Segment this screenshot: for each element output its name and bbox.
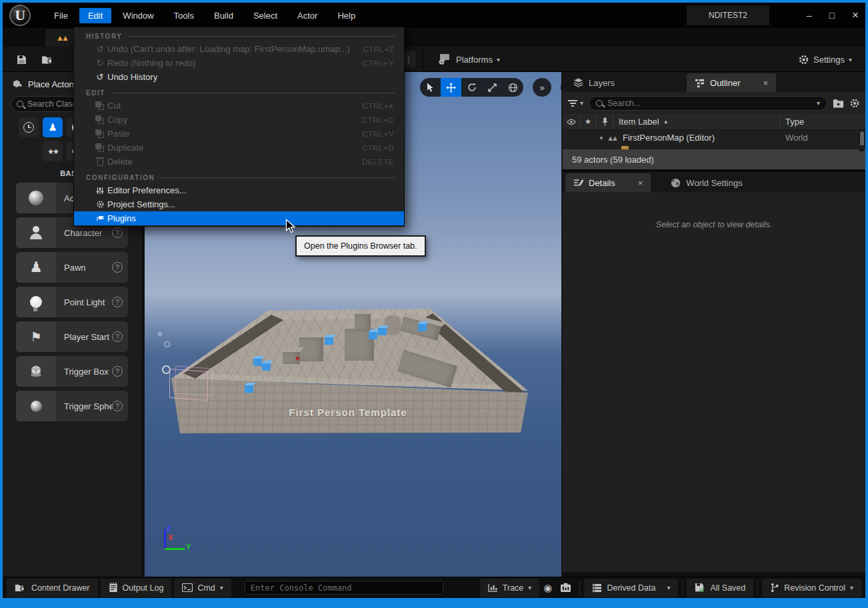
visibility-column-header[interactable]: [563, 114, 580, 129]
menu-item-redo[interactable]: ↻ Redo (Nothing to redo) CTRL+Y: [74, 56, 404, 70]
pin-column-header[interactable]: [597, 114, 613, 129]
blue-cube: [325, 337, 333, 345]
all-saved-button[interactable]: All Saved: [687, 579, 753, 597]
tab-world-settings[interactable]: World Settings: [663, 173, 750, 192]
scale-tool-button[interactable]: [482, 78, 503, 97]
place-actor-item-trigger-box[interactable]: Trigger Box ?: [16, 356, 128, 387]
blue-cube: [418, 324, 427, 331]
revision-control-button[interactable]: Revision Control ▾: [762, 579, 861, 597]
outliner-tab-bar: Layers Outliner ×: [563, 72, 865, 92]
select-tool-button[interactable]: [420, 78, 441, 97]
cmd-dropdown-button[interactable]: Cmd ▾: [174, 579, 231, 597]
item-label: Trigger Box: [56, 356, 112, 387]
menu-item-duplicate[interactable]: Duplicate CTRL+D: [74, 141, 404, 155]
category-vfx-button[interactable]: ★★: [43, 141, 63, 161]
close-icon[interactable]: ×: [638, 178, 643, 188]
log-icon: [109, 583, 118, 593]
screenshot-button[interactable]: [556, 579, 575, 597]
gizmo-dot: [164, 341, 170, 347]
help-icon[interactable]: ?: [112, 262, 123, 273]
help-icon[interactable]: ?: [112, 401, 123, 411]
menu-tools[interactable]: Tools: [165, 8, 203, 23]
menu-file[interactable]: File: [45, 8, 77, 23]
outliner-row-firstpersonmap[interactable]: ▾ ▲▲ FirstPersonMap (Editor) World: [563, 130, 865, 145]
maximize-button[interactable]: □: [829, 10, 835, 21]
menu-item-paste[interactable]: Paste CTRL+V: [74, 127, 404, 141]
help-icon[interactable]: ?: [112, 366, 123, 377]
viewport-layout-button[interactable]: [561, 78, 561, 97]
rotate-tool-button[interactable]: [461, 78, 482, 97]
type-column-header[interactable]: Type: [780, 114, 865, 129]
platforms-button[interactable]: Platforms ▾: [433, 51, 504, 68]
item-label-column-header[interactable]: Item Label ▲: [613, 114, 780, 129]
menu-item-plugins[interactable]: Plugins: [74, 211, 404, 225]
help-icon[interactable]: ?: [112, 227, 123, 238]
content-drawer-button[interactable]: Content Drawer: [7, 579, 98, 597]
terminal-icon: [182, 583, 193, 592]
help-icon[interactable]: ?: [112, 331, 123, 342]
trace-button[interactable]: Trace ▾: [480, 579, 540, 597]
world-space-button[interactable]: [503, 78, 523, 97]
menu-window[interactable]: Window: [114, 8, 162, 23]
menu-build[interactable]: Build: [205, 8, 242, 23]
add-folder-button[interactable]: [833, 98, 844, 108]
redo-icon: ↻: [93, 58, 107, 68]
minimize-button[interactable]: –: [807, 10, 812, 21]
menu-edit[interactable]: Edit: [79, 8, 111, 23]
outliner-settings-button[interactable]: [849, 98, 860, 109]
viewport-template-text: First Person Template: [248, 407, 448, 418]
menu-help[interactable]: Help: [329, 8, 364, 23]
basic-icon: ♟: [48, 121, 57, 133]
close-button[interactable]: ×: [852, 9, 859, 22]
close-icon[interactable]: ×: [763, 78, 769, 88]
menu-item-copy[interactable]: Copy CTRL+C: [74, 113, 404, 127]
insights-record-icon[interactable]: ◉: [543, 582, 552, 594]
menu-item-project-settings[interactable]: Project Settings...: [74, 197, 404, 211]
place-actor-item-trigger-sphere[interactable]: Trigger Sphere ?: [16, 391, 128, 421]
details-panel-body: Select an object to view details.: [563, 192, 865, 572]
expand-arrow-icon[interactable]: ▾: [600, 135, 603, 141]
menu-actor[interactable]: Actor: [289, 8, 326, 23]
menu-item-cut[interactable]: Cut CTRL+X: [74, 99, 404, 113]
folder-search-icon: [41, 54, 55, 65]
browse-content-button[interactable]: [37, 51, 59, 68]
tab-layers[interactable]: Layers: [565, 73, 623, 92]
tab-details[interactable]: Details ×: [565, 173, 651, 192]
save-button[interactable]: [12, 51, 31, 68]
trigger-box-icon: [16, 356, 56, 387]
tooltip: Open the Plugins Browser tab.: [295, 235, 426, 257]
place-actor-item-player-start[interactable]: ⚑ Player Start ?: [16, 321, 128, 352]
layers-icon: [573, 78, 583, 87]
blue-cube: [369, 332, 377, 339]
favorite-column-header[interactable]: ★: [580, 114, 597, 129]
menu-item-editor-preferences[interactable]: Editor Preferences...: [74, 183, 404, 197]
menu-item-undo[interactable]: ↺ Undo (Can't undo after: Loading map: F…: [74, 42, 404, 56]
outliner-search-input[interactable]: [607, 99, 812, 108]
help-icon[interactable]: ?: [112, 297, 123, 307]
chevron-down-icon: ▾: [528, 584, 531, 591]
menu-select[interactable]: Select: [245, 8, 286, 23]
derived-data-button[interactable]: Derived Data ▾: [584, 579, 678, 597]
category-basic-button[interactable]: ♟: [43, 117, 63, 137]
place-actor-item-point-light[interactable]: Point Light ?: [16, 287, 128, 317]
status-separator: [682, 581, 683, 595]
folder-search-icon: [15, 583, 27, 593]
item-label: Pawn: [56, 252, 112, 283]
expand-toolbar-button[interactable]: »: [533, 78, 551, 97]
category-recent-button[interactable]: [19, 117, 39, 137]
output-log-button[interactable]: Output Log: [101, 579, 172, 597]
console-command-input[interactable]: [245, 581, 443, 595]
mouse-cursor: [285, 219, 297, 236]
menu-item-undo-history[interactable]: ↺ Undo History: [74, 70, 404, 84]
settings-button[interactable]: Settings ▾: [794, 51, 856, 68]
menu-item-delete[interactable]: Delete DELETE: [74, 155, 404, 169]
place-actor-item-pawn[interactable]: ♟ Pawn ?: [16, 252, 128, 283]
move-tool-button[interactable]: [441, 78, 461, 97]
branch-icon: [770, 583, 779, 593]
filter-button[interactable]: ▾: [568, 99, 583, 107]
outliner-search[interactable]: ▾: [589, 96, 827, 111]
place-actors-title: Place Actors: [28, 79, 76, 89]
tab-outliner[interactable]: Outliner ×: [687, 73, 776, 92]
unreal-logo-icon: U: [9, 5, 31, 26]
unreal-editor-window: U File Edit Window Tools Build Select Ac…: [0, 0, 868, 608]
